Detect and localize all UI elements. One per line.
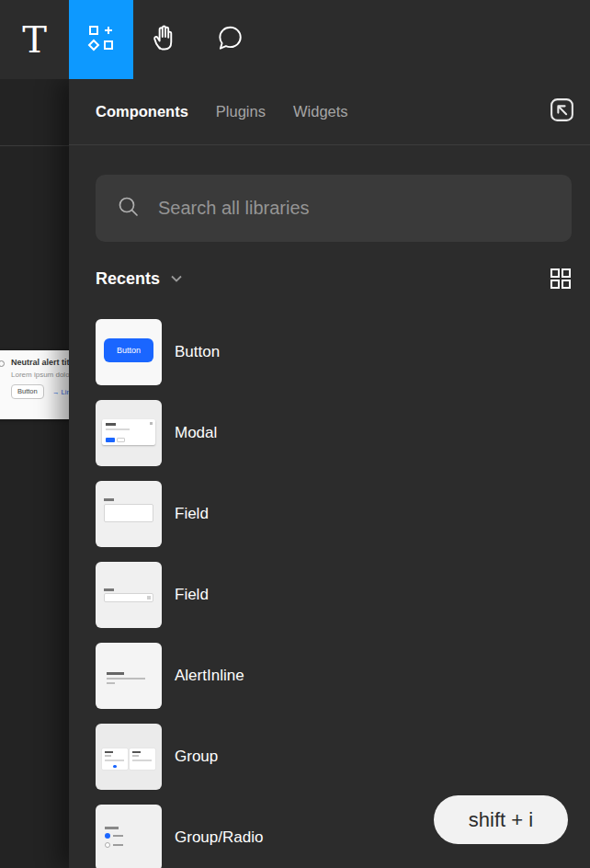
list-item-label: Field — [175, 586, 209, 604]
keyboard-shortcut-hint: shift + i — [434, 795, 568, 844]
search-icon — [116, 194, 142, 223]
tab-widgets[interactable]: Widgets — [293, 103, 348, 120]
text-tool-button[interactable]: T — [0, 0, 69, 79]
list-item-group[interactable]: Group — [96, 724, 572, 790]
list-item-field[interactable]: Field — [96, 481, 572, 547]
list-item-label: Button — [175, 343, 220, 361]
hand-icon — [150, 22, 181, 57]
list-item-label: Field — [175, 505, 209, 523]
field-component-thumbnail[interactable] — [96, 481, 162, 547]
components-tool-button[interactable] — [69, 0, 133, 79]
components-panel: Components Plugins Widgets Recents — [69, 79, 590, 868]
list-item-label: Group/Radio — [175, 828, 263, 847]
list-item-modal[interactable]: Modal — [96, 400, 572, 466]
recents-section-header: Recents — [96, 267, 572, 291]
alert-title: Neutral alert title — [11, 358, 69, 367]
canvas-area[interactable]: Neutral alert title Lorem ipsum dolor am… — [0, 79, 69, 868]
button-component-thumbnail[interactable]: Button — [96, 319, 162, 385]
list-item-label: Modal — [175, 424, 217, 442]
alert-button[interactable]: Button — [11, 384, 44, 399]
alert-body-text: Lorem ipsum dolor amet conse — [11, 371, 69, 379]
list-item-label: Group — [175, 748, 218, 766]
alert-link[interactable]: → Link text — [52, 388, 69, 396]
group-component-thumbnail[interactable] — [96, 724, 162, 790]
toolbar: T — [0, 0, 590, 79]
alertinline-component-thumbnail[interactable] — [96, 643, 162, 709]
list-item-button[interactable]: Button Button — [96, 319, 572, 385]
list-item-alertinline[interactable]: AlertInline — [96, 643, 572, 709]
recents-list: Button Button Modal Field — [96, 319, 572, 868]
open-in-window-icon — [548, 96, 576, 128]
search-bar[interactable] — [96, 175, 572, 242]
alert-info-icon — [0, 360, 5, 367]
button-preview-graphic: Button — [104, 338, 153, 362]
grid-view-button[interactable] — [550, 268, 572, 290]
field-component-thumbnail[interactable] — [96, 562, 162, 628]
open-in-window-button[interactable] — [547, 97, 576, 127]
recents-title: Recents — [96, 269, 160, 289]
comment-tool-button[interactable] — [198, 0, 262, 79]
comment-icon — [215, 23, 244, 56]
canvas-frame-edge — [0, 145, 69, 146]
tab-components[interactable]: Components — [96, 103, 188, 120]
panel-header: Components Plugins Widgets — [69, 79, 590, 145]
text-tool-icon: T — [22, 21, 47, 58]
hand-tool-button[interactable] — [133, 0, 198, 79]
components-icon — [87, 24, 115, 55]
chevron-down-icon[interactable] — [170, 274, 183, 283]
list-item-label: AlertInline — [175, 667, 244, 685]
group-radio-component-thumbnail[interactable] — [96, 805, 162, 868]
list-item-field-2[interactable]: Field — [96, 562, 572, 628]
modal-component-thumbnail[interactable] — [96, 400, 162, 466]
tab-plugins[interactable]: Plugins — [216, 103, 266, 120]
search-input[interactable] — [158, 198, 551, 219]
modal-preview-graphic — [102, 419, 155, 445]
panel-tabs: Components Plugins Widgets — [96, 103, 348, 120]
canvas-alert-component[interactable]: Neutral alert title Lorem ipsum dolor am… — [0, 350, 69, 419]
grid-view-icon — [550, 268, 572, 290]
